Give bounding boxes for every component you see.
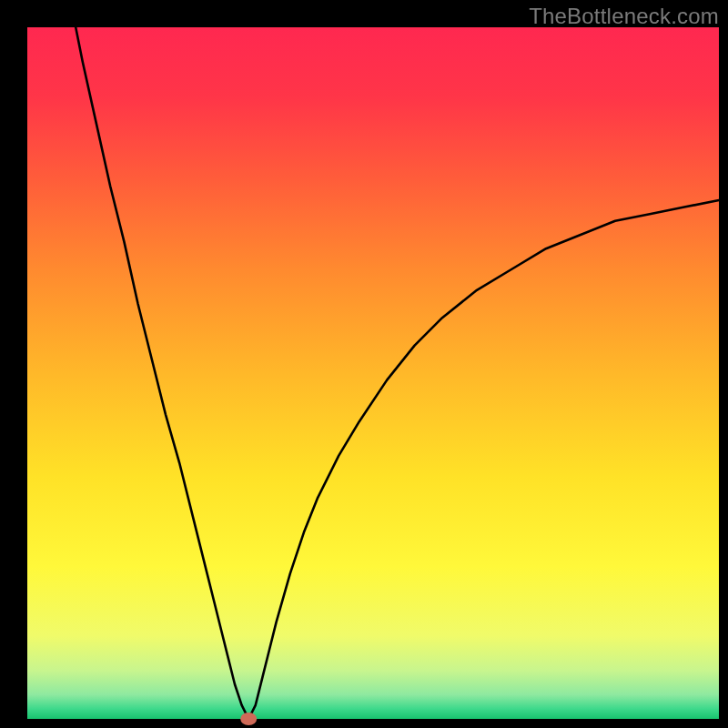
plot-area (27, 27, 719, 719)
watermark-text: TheBottleneck.com (529, 4, 719, 29)
optimum-marker (240, 713, 257, 725)
chart-stage: TheBottleneck.com (0, 0, 728, 728)
bottleneck-chart (0, 0, 728, 728)
